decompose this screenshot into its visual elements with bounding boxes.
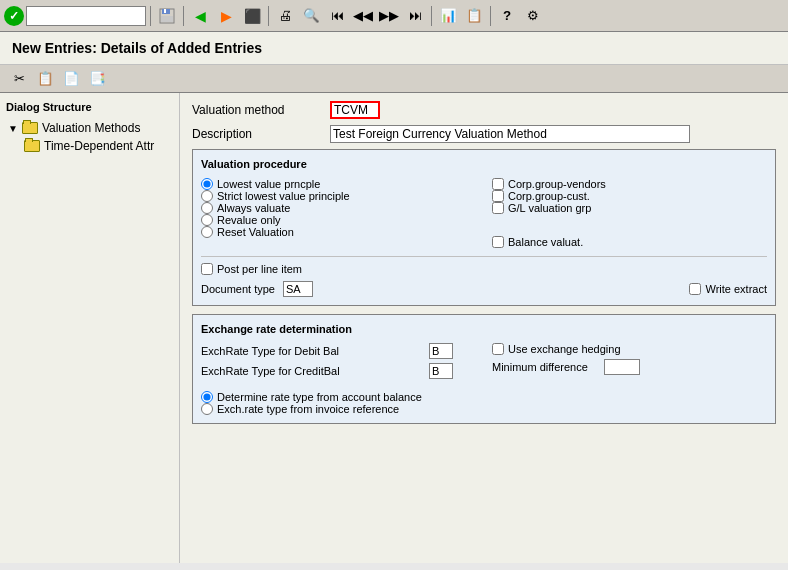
checkbox-corp-cust: Corp.group-cust.	[492, 190, 767, 202]
radio-determine-rate-input[interactable]	[201, 391, 213, 403]
checkbox-corp-cust-input[interactable]	[492, 190, 504, 202]
save-icon	[159, 8, 175, 24]
settings-icon: ⚙	[527, 8, 539, 23]
cut-button[interactable]: ✂	[8, 68, 30, 90]
description-row: Description	[192, 125, 776, 143]
toolbar-separator-1	[150, 6, 151, 26]
checkbox-use-hedging-input[interactable]	[492, 343, 504, 355]
checkbox-gl-valuation-label: G/L valuation grp	[508, 202, 591, 214]
stop-button[interactable]: ⬛	[240, 4, 264, 28]
min-diff-row: Minimum difference	[492, 359, 767, 375]
sub-toolbar: ✂ 📋 📄 📑	[0, 65, 788, 93]
radio-strict-lowest: Strict lowest value principle	[201, 190, 476, 202]
cut-icon: ✂	[14, 71, 25, 86]
command-input[interactable]	[26, 6, 146, 26]
forward-button[interactable]: ▶	[214, 4, 238, 28]
radio-revalue-only-input[interactable]	[201, 214, 213, 226]
radio-lowest-value-input[interactable]	[201, 178, 213, 190]
nav1-icon: ⏮	[331, 8, 344, 23]
exchange-rate-section: Exchange rate determination ExchRate Typ…	[192, 314, 776, 424]
description-input[interactable]	[330, 125, 690, 143]
sidebar-label-time-dependent: Time-Dependent Attr	[44, 139, 154, 153]
checkbox-write-extract-input[interactable]	[689, 283, 701, 295]
find-button[interactable]: 🔍	[299, 4, 323, 28]
checkbox-balance-valuat-label: Balance valuat.	[508, 236, 583, 248]
radio-lowest-value-label: Lowest value prncple	[217, 178, 320, 190]
credit-input[interactable]	[429, 363, 453, 379]
radio-always-valuate: Always valuate	[201, 202, 476, 214]
paste-special-icon: 📑	[89, 71, 106, 86]
radio-determine-rate-label: Determine rate type from account balance	[217, 391, 422, 403]
nav1-button[interactable]: ⏮	[325, 4, 349, 28]
checkbox-write-extract: Write extract	[689, 283, 767, 295]
checkbox-corp-vendors-input[interactable]	[492, 178, 504, 190]
toolbar-separator-2	[183, 6, 184, 26]
radio-determine-rate: Determine rate type from account balance	[201, 391, 767, 403]
valuation-procedure-section: Valuation procedure Lowest value prncple…	[192, 149, 776, 306]
checkboxes-right: Corp.group-vendors Corp.group-cust. G/L …	[492, 178, 767, 248]
page-header: New Entries: Details of Added Entries	[0, 32, 788, 65]
settings-button[interactable]: ⚙	[521, 4, 545, 28]
valuation-method-input[interactable]	[330, 101, 380, 119]
page-title: New Entries: Details of Added Entries	[12, 40, 776, 56]
debit-input[interactable]	[429, 343, 453, 359]
copy-button[interactable]: 📋	[34, 68, 56, 90]
radio-reset-valuation: Reset Valuation	[201, 226, 476, 238]
radio-strict-lowest-label: Strict lowest value principle	[217, 190, 350, 202]
stop-icon: ⬛	[244, 8, 261, 24]
save-button[interactable]	[155, 4, 179, 28]
find-icon: 🔍	[303, 8, 320, 23]
checkbox-gl-valuation-input[interactable]	[492, 202, 504, 214]
radio-invoice-ref-input[interactable]	[201, 403, 213, 415]
nav3-icon: ▶▶	[379, 8, 399, 23]
checkbox-balance-valuat-input[interactable]	[492, 236, 504, 248]
radio-reset-valuation-label: Reset Valuation	[217, 226, 294, 238]
checkbox-balance-valuat: Balance valuat.	[492, 236, 767, 248]
svg-rect-2	[164, 9, 166, 13]
checkbox-use-hedging: Use exchange hedging	[492, 343, 767, 355]
checkbox-post-per-line: Post per line item	[201, 263, 767, 275]
radio-always-valuate-input[interactable]	[201, 202, 213, 214]
toolbar-separator-5	[490, 6, 491, 26]
print-button[interactable]: 🖨	[273, 4, 297, 28]
sidebar-label-valuation-methods: Valuation Methods	[42, 121, 141, 135]
form-area: Valuation method Description Valuation p…	[180, 93, 788, 563]
copy-icon: 📋	[37, 71, 54, 86]
checkbox-use-hedging-label: Use exchange hedging	[508, 343, 621, 355]
debit-row: ExchRate Type for Debit Bal	[201, 343, 476, 359]
nav2-button[interactable]: ◀◀	[351, 4, 375, 28]
description-label: Description	[192, 127, 322, 141]
toolbar-separator-3	[268, 6, 269, 26]
document-type-input[interactable]	[283, 281, 313, 297]
min-diff-input[interactable]	[604, 359, 640, 375]
radio-lowest-value: Lowest value prncple	[201, 178, 476, 190]
credit-label: ExchRate Type for CreditBal	[201, 365, 421, 377]
paste-button[interactable]: 📄	[60, 68, 82, 90]
back-icon: ◀	[195, 8, 206, 24]
checkbox-corp-vendors-label: Corp.group-vendors	[508, 178, 606, 190]
exchange-rate-title: Exchange rate determination	[201, 323, 767, 335]
layout1-button[interactable]: 📊	[436, 4, 460, 28]
radio-invoice-ref: Exch.rate type from invoice reference	[201, 403, 767, 415]
checkbox-post-per-line-input[interactable]	[201, 263, 213, 275]
min-diff-label: Minimum difference	[492, 361, 588, 373]
sidebar-item-valuation-methods[interactable]: ▼ Valuation Methods	[4, 119, 175, 137]
credit-row: ExchRate Type for CreditBal	[201, 363, 476, 379]
sidebar-item-time-dependent[interactable]: Time-Dependent Attr	[4, 137, 175, 155]
nav4-icon: ⏭	[409, 8, 422, 23]
layout2-button[interactable]: 📋	[462, 4, 486, 28]
valuation-procedure-title: Valuation procedure	[201, 158, 767, 170]
tree-arrow-icon[interactable]: ▼	[8, 123, 18, 134]
paste-icon: 📄	[63, 71, 80, 86]
nav4-button[interactable]: ⏭	[403, 4, 427, 28]
back-button[interactable]: ◀	[188, 4, 212, 28]
radio-always-valuate-label: Always valuate	[217, 202, 290, 214]
document-type-row: Document type Write extract	[201, 281, 767, 297]
toolbar-separator-4	[431, 6, 432, 26]
radio-reset-valuation-input[interactable]	[201, 226, 213, 238]
radio-strict-lowest-input[interactable]	[201, 190, 213, 202]
help-button[interactable]: ?	[495, 4, 519, 28]
nav3-button[interactable]: ▶▶	[377, 4, 401, 28]
paste-special-button[interactable]: 📑	[86, 68, 108, 90]
valuation-method-label: Valuation method	[192, 103, 322, 117]
